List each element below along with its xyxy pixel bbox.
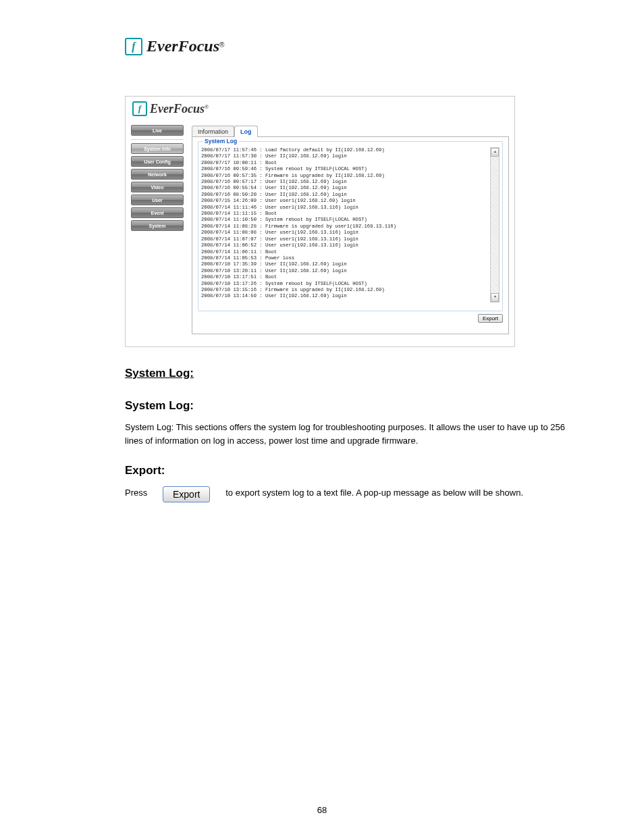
section-heading-systemlog: System Log: xyxy=(125,365,580,382)
export-button[interactable]: Export xyxy=(478,314,503,323)
sidebar-item-event[interactable]: Event xyxy=(131,207,184,218)
sidebar-item-system[interactable]: System xyxy=(131,220,184,231)
scroll-track[interactable] xyxy=(491,157,499,293)
sidebar-item-user[interactable]: User xyxy=(131,194,184,205)
sidebar-item-video[interactable]: Video xyxy=(131,182,184,192)
sidebar: LiveSystem InfoUser ConfigNetworkVideoUs… xyxy=(131,125,184,334)
tabs: InformationLog xyxy=(192,125,509,136)
sidebar-separator xyxy=(131,139,184,140)
press-label: Press xyxy=(125,486,147,500)
shot-brand-word: EverFocus® xyxy=(150,102,209,116)
everfocus-icon: f xyxy=(132,101,147,116)
system-log-text: 2008/07/17 11:57:46 : Load factory defau… xyxy=(201,147,489,303)
everfocus-icon: f xyxy=(125,38,142,55)
main-panel: InformationLog System Log 2008/07/17 11:… xyxy=(192,125,509,334)
doc-body: System Log: System Log: System Log: This… xyxy=(125,365,580,502)
subheading-systemlog: System Log: xyxy=(125,397,580,415)
brand-word: EverFocus® xyxy=(146,37,224,55)
tab-log[interactable]: Log xyxy=(234,126,258,137)
export-instruction-row: Press Export to export system log to a t… xyxy=(125,486,580,502)
sidebar-item-network[interactable]: Network xyxy=(131,169,184,180)
scroll-up-icon[interactable]: ▴ xyxy=(491,148,499,157)
subheading-export: Export: xyxy=(125,462,580,479)
brand-logo: f EverFocus® xyxy=(125,37,580,55)
sidebar-item-system-info[interactable]: System Info xyxy=(131,143,184,154)
system-log-group: System Log 2008/07/17 11:57:46 : Load fa… xyxy=(198,141,503,311)
system-log-legend: System Log xyxy=(203,138,239,145)
sidebar-item-live[interactable]: Live xyxy=(131,125,184,136)
export-button-illustration: Export xyxy=(163,486,210,502)
scrollbar[interactable]: ▴ ▾ xyxy=(490,147,500,303)
sidebar-item-user-config[interactable]: User Config xyxy=(131,156,184,167)
tab-information[interactable]: Information xyxy=(192,126,234,137)
log-panel: System Log 2008/07/17 11:57:46 : Load fa… xyxy=(192,136,509,334)
page-number: 68 xyxy=(0,805,644,815)
admin-ui-screenshot: f EverFocus® LiveSystem InfoUser ConfigN… xyxy=(125,96,515,347)
scroll-down-icon[interactable]: ▾ xyxy=(491,293,499,302)
export-paragraph: to export system log to a text file. A p… xyxy=(225,486,523,500)
shot-brand-header: f EverFocus® xyxy=(126,97,514,121)
systemlog-paragraph: System Log: This sections offers the sys… xyxy=(125,421,580,447)
